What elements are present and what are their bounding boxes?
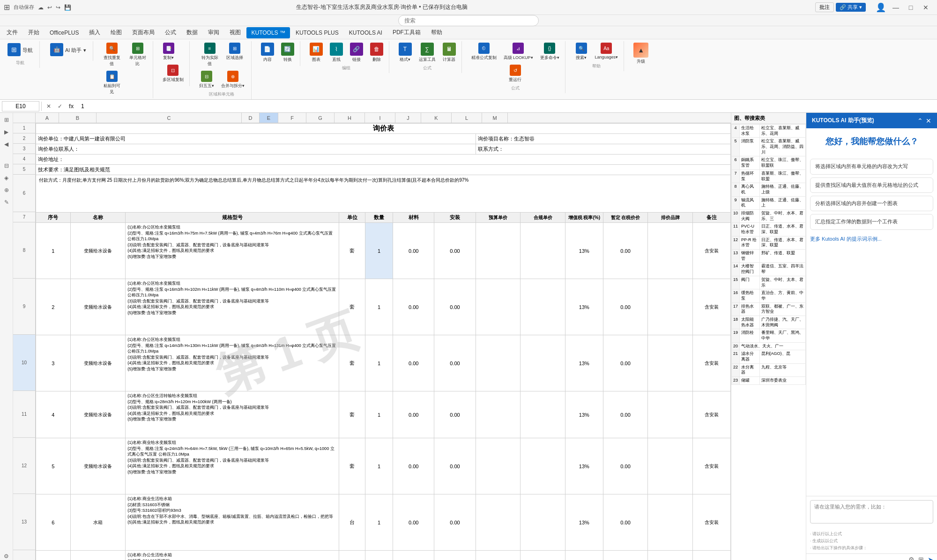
col-I[interactable]: I <box>365 113 395 123</box>
col-G[interactable]: G <box>306 113 335 123</box>
find-dup-button[interactable]: 🔍 查找重复值 <box>100 41 124 68</box>
cancel-formula-icon[interactable]: ✕ <box>44 101 54 111</box>
ai-suggestion-2[interactable]: 提供查找区域内最大值所在单元格地址的公式 <box>810 177 933 193</box>
col-K[interactable]: K <box>421 113 452 123</box>
sidebar-btn1[interactable]: ⊟ <box>1 161 12 171</box>
insert-function-icon[interactable]: fx <box>66 101 76 111</box>
col-C[interactable]: C <box>97 113 242 123</box>
lookup-col1: 大楼智控阀门 <box>740 263 760 276</box>
sidebar-btn5[interactable]: ⚙ <box>1 551 12 560</box>
menu-file[interactable]: 文件 <box>2 27 22 38</box>
menu-officeplus[interactable]: OfficePLUS <box>45 27 83 38</box>
calc-button[interactable]: ∑ 运算工具 <box>416 41 439 64</box>
menu-view[interactable]: 视图 <box>225 27 245 38</box>
cell-reference-input[interactable] <box>2 101 39 111</box>
ai-chat-input[interactable] <box>810 500 933 523</box>
formula-input[interactable] <box>78 103 935 110</box>
share-button[interactable]: 🔗 共享 ▾ <box>836 3 866 12</box>
minimize-button[interactable]: — <box>888 1 903 14</box>
sidebar-btn3[interactable]: ⊕ <box>1 185 12 195</box>
row-9: 9 <box>13 279 35 335</box>
ai-suggestion-4[interactable]: 汇总指定工作簿的数据到一个工作表 <box>810 214 933 229</box>
rerun-button[interactable]: ↺ 重运行 <box>506 63 524 84</box>
comment-button[interactable]: 批注 <box>815 2 834 12</box>
region-copy-button[interactable]: ⊡ 多区域复制 <box>160 63 186 84</box>
maximize-button[interactable]: □ <box>903 1 918 14</box>
content-button[interactable]: 📄 内容 <box>258 41 277 64</box>
paste-to-visible-button[interactable]: 📋 粘贴到可见 <box>100 69 124 96</box>
menu-draw[interactable]: 绘图 <box>106 27 126 38</box>
ai-home-icon[interactable]: ⊞ <box>918 556 924 560</box>
undo-icon[interactable]: ↩ <box>47 4 52 11</box>
menu-kutools-plus[interactable]: KUTOOLS PLUS <box>291 27 343 38</box>
more-cmd-button[interactable]: {} 更多命令▾ <box>537 41 562 62</box>
menu-help[interactable]: 帮助 <box>426 27 447 38</box>
row-data-mat: 0.00 <box>393 494 434 551</box>
upgrade-button[interactable]: ▲ 升级 <box>631 41 651 66</box>
ai-close-icon[interactable]: ✕ <box>926 117 931 125</box>
menu-start[interactable]: 开始 <box>23 27 44 38</box>
region-select-button[interactable]: ⊞ 区域选择 <box>223 41 246 68</box>
menu-layout[interactable]: 页面布局 <box>127 27 159 38</box>
sidebar-btn4[interactable]: ✎ <box>1 197 12 207</box>
col-D[interactable]: D <box>242 113 260 123</box>
col-E[interactable]: E <box>260 113 278 123</box>
ai-expand-icon[interactable]: ⌃ <box>917 117 923 125</box>
col-B[interactable]: B <box>59 113 97 123</box>
five-align-button[interactable]: ⊟ 归五五▾ <box>196 69 217 90</box>
avatar-icon[interactable]: 👤 <box>873 1 888 14</box>
menu-formula[interactable]: 公式 <box>160 27 181 38</box>
lookup-col2: 松立宝、喜莱斯、威乐、花周、消防益、四川 <box>759 138 805 156</box>
search-button[interactable]: 🔍 搜索▾ <box>572 41 591 62</box>
ai-suggestion-1[interactable]: 将选择区域内所有单元格的内容改为大写 <box>810 159 933 174</box>
ai-send-icon[interactable]: ➤ <box>928 556 933 560</box>
precise-copy-button[interactable]: © 精准公式复制 <box>468 41 499 62</box>
merge-split-button[interactable]: ⊕ 合并与拆分▾ <box>218 69 247 90</box>
expand-icon[interactable]: ▶ <box>1 127 12 137</box>
redo-icon[interactable]: ↪ <box>56 4 60 11</box>
calculator-button[interactable]: 🖩 计算器 <box>440 41 459 64</box>
ai-helper-button[interactable]: 🤖 AI 助手 ▾ <box>47 41 89 59</box>
row-data-bud <box>476 223 521 279</box>
col-L[interactable]: L <box>452 113 482 123</box>
col-A[interactable]: A <box>36 113 59 123</box>
save-icon[interactable]: 💾 <box>64 4 71 11</box>
ai-more-link[interactable]: 更多 Kutools AI 的提示词示例... <box>806 234 937 244</box>
menu-kutools-ai[interactable]: KUTOOLS AI <box>344 27 387 38</box>
languages-button[interactable]: Aa Languages▾ <box>592 41 621 62</box>
lookup-col2: 深圳市委表业 <box>759 377 805 385</box>
line-button[interactable]: ⌇ 直线 <box>327 41 346 64</box>
link-button[interactable]: 🔗 链接 <box>347 41 366 64</box>
sidebar-btn2[interactable]: ◈ <box>1 173 12 183</box>
table-row: 5 变频给水设备 (1)名称:商业给水变频泵组(2)型号、规格:注泵 q=24m… <box>36 438 731 494</box>
row-data-inst: 0.00 <box>434 335 476 391</box>
nav-button[interactable]: ⊞ 导航 <box>5 41 36 59</box>
advanced-lookup-button[interactable]: ⊿ 高级 LOOKUP▾ <box>501 41 536 62</box>
lookup-row-num: 19 <box>732 329 740 342</box>
list-item: 21 滤水分离器 昆利(AGO)、昆 <box>732 350 806 363</box>
col-F[interactable]: F <box>278 113 306 123</box>
confirm-formula-icon[interactable]: ✓ <box>55 101 65 111</box>
menu-data[interactable]: 数据 <box>182 27 202 38</box>
menu-kutools[interactable]: KUTOOLS ™ <box>246 27 290 38</box>
autosave-icon[interactable]: ☁ <box>38 4 44 11</box>
ai-suggestion-3[interactable]: 分析选择区域的内容并创建一个图表 <box>810 196 933 211</box>
close-button[interactable]: ✕ <box>918 1 933 14</box>
ai-settings-icon[interactable]: ⚙ <box>908 556 915 560</box>
col-J[interactable]: J <box>395 113 421 123</box>
convert-button[interactable]: 🔄 转换 <box>278 41 297 64</box>
menu-insert[interactable]: 插入 <box>84 27 105 38</box>
collapse-icon[interactable]: ◀ <box>1 139 12 149</box>
to-real-value-button[interactable]: ≡ 转为实际值 <box>198 41 222 68</box>
col-M[interactable]: M <box>482 113 508 123</box>
delete-button[interactable]: 🗑 删除 <box>367 41 386 64</box>
search-input[interactable] <box>398 15 539 26</box>
col-H[interactable]: H <box>335 113 365 123</box>
format-button[interactable]: T 格式▾ <box>396 41 415 64</box>
nav-icon[interactable]: ⊞ <box>1 115 12 125</box>
cell-compare-button[interactable]: ⊞ 单元格对比 <box>126 41 150 68</box>
chart-button[interactable]: 📊 图表 <box>307 41 326 64</box>
menu-review[interactable]: 审阅 <box>203 27 224 38</box>
copy-button[interactable]: 📑 复制▾ <box>160 41 178 62</box>
menu-pdf[interactable]: PDF工具箱 <box>388 27 425 38</box>
